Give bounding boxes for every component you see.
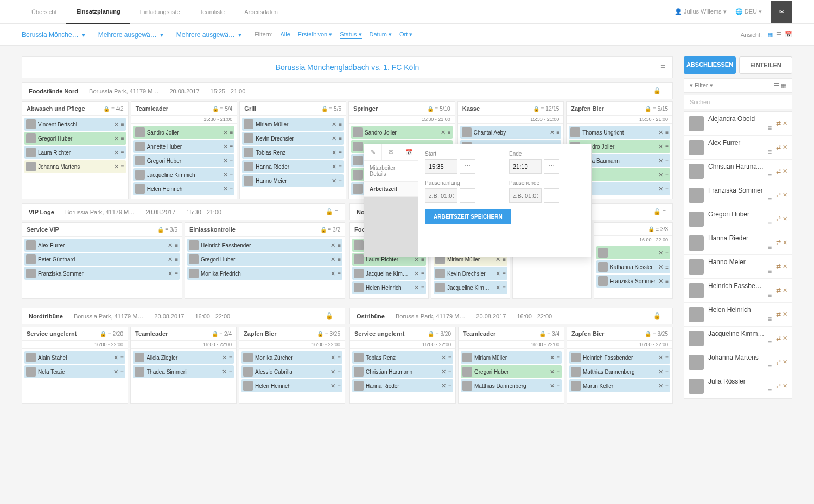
menu-icon[interactable]: ≡ bbox=[557, 130, 560, 136]
person-menu-icon[interactable]: ≡ bbox=[708, 220, 772, 227]
remove-icon[interactable]: ✕ bbox=[114, 163, 119, 170]
filter-all[interactable]: Alle bbox=[280, 31, 290, 39]
menu-icon[interactable]: ≡ bbox=[230, 158, 233, 164]
assignment-slot[interactable]: Tobias Renz✕≡ bbox=[242, 146, 344, 159]
assignment-slot[interactable]: Christian Hartmann✕≡ bbox=[352, 365, 453, 378]
person-menu-icon[interactable]: ≡ bbox=[708, 196, 772, 203]
person-item[interactable]: Helen Heinrich≡⇄ ✕ bbox=[684, 303, 792, 327]
person-item[interactable]: Gregori Huber≡⇄ ✕ bbox=[684, 207, 792, 231]
filter-status[interactable]: Status ▾ bbox=[340, 31, 361, 39]
person-menu-icon[interactable]: ≡ bbox=[708, 244, 772, 251]
assignment-slot[interactable]: Thomas Ungricht✕≡ bbox=[569, 126, 670, 139]
person-item[interactable]: Hanno Meier≡⇄ ✕ bbox=[684, 255, 792, 279]
remove-icon[interactable]: ✕ bbox=[550, 129, 555, 136]
assignment-slot[interactable]: Tobias Renz✕≡ bbox=[352, 351, 453, 364]
menu-icon[interactable]: ≡ bbox=[339, 178, 342, 184]
remove-icon[interactable]: ✕ bbox=[658, 186, 663, 193]
remove-icon[interactable]: ✕ bbox=[223, 129, 228, 136]
remove-icon[interactable]: ✕ bbox=[441, 354, 446, 361]
assignment-slot[interactable]: Johanna Martens✕≡ bbox=[24, 160, 126, 173]
menu-icon[interactable]: ≡ bbox=[338, 271, 341, 277]
person-action-icons[interactable]: ⇄ ✕ bbox=[776, 144, 787, 151]
calendar-icon[interactable]: 📅 bbox=[400, 144, 418, 160]
section-icons[interactable]: 🔓 ≡ bbox=[653, 208, 666, 215]
assignment-slot[interactable]: Miriam Müller✕≡ bbox=[461, 351, 562, 364]
menu-icon[interactable]: ≡ bbox=[229, 355, 232, 361]
assignment-slot[interactable]: Jacqueline Kimmich✕≡ bbox=[133, 168, 235, 181]
menu-icon[interactable]: ≡ bbox=[339, 122, 342, 127]
remove-icon[interactable]: ✕ bbox=[330, 354, 335, 361]
dropdown-multi1[interactable]: Mehrere ausgewä… ▾ bbox=[98, 31, 163, 39]
person-item[interactable]: Alex Furrer≡⇄ ✕ bbox=[684, 136, 792, 160]
remove-icon[interactable]: ✕ bbox=[332, 149, 336, 156]
assignment-slot[interactable]: Monika Zürcher✕≡ bbox=[241, 351, 342, 364]
assignment-slot[interactable]: Heinrich Fassbender✕≡ bbox=[187, 239, 342, 252]
menu-icon[interactable]: ≡ bbox=[665, 172, 669, 178]
menu-icon[interactable]: ≡ bbox=[503, 257, 506, 263]
menu-icon[interactable]: ≡ bbox=[665, 158, 669, 164]
remove-icon[interactable]: ✕ bbox=[658, 171, 663, 178]
remove-icon[interactable]: ✕ bbox=[658, 354, 663, 361]
view-calendar-icon[interactable]: 📅 bbox=[785, 31, 792, 38]
remove-icon[interactable]: ✕ bbox=[114, 135, 119, 142]
mail-icon[interactable]: ✉ bbox=[382, 144, 400, 160]
view-grid-icon[interactable]: ▦ bbox=[767, 31, 773, 38]
person-menu-icon[interactable]: ≡ bbox=[708, 124, 772, 132]
assignment-slot[interactable]: Franziska Sommer✕≡ bbox=[596, 275, 670, 288]
remove-icon[interactable]: ✕ bbox=[330, 368, 335, 375]
remove-icon[interactable]: ✕ bbox=[330, 256, 335, 263]
remove-icon[interactable]: ✕ bbox=[114, 149, 119, 156]
remove-icon[interactable]: ✕ bbox=[113, 368, 118, 375]
remove-icon[interactable]: ✕ bbox=[168, 242, 173, 249]
save-worktime-button[interactable]: ARBEITSZEIT SPEICHERN bbox=[425, 209, 511, 224]
remove-icon[interactable]: ✕ bbox=[414, 270, 419, 277]
filter-view-icons[interactable]: ☰ ▦ bbox=[774, 82, 786, 89]
remove-icon[interactable]: ✕ bbox=[223, 157, 228, 164]
person-item[interactable]: Hanna Rieder≡⇄ ✕ bbox=[684, 231, 792, 255]
remove-icon[interactable]: ✕ bbox=[332, 177, 336, 184]
menu-icon[interactable]: ≡ bbox=[120, 369, 124, 375]
menu-icon[interactable]: ≡ bbox=[338, 383, 341, 389]
menu-icon[interactable]: ≡ bbox=[503, 271, 506, 277]
person-item[interactable]: Jacqueline Kimm…≡⇄ ✕ bbox=[684, 327, 792, 350]
menu-icon[interactable]: ≡ bbox=[339, 150, 342, 156]
person-action-icons[interactable]: ⇄ ✕ bbox=[776, 382, 787, 390]
remove-icon[interactable]: ✕ bbox=[441, 382, 446, 390]
assignment-slot[interactable]: Gregori Huber✕≡ bbox=[133, 154, 235, 167]
person-action-icons[interactable]: ⇄ ✕ bbox=[776, 359, 787, 366]
assignment-slot[interactable]: Helen Heinrich✕≡ bbox=[241, 379, 342, 392]
menu-icon[interactable]: ≡ bbox=[230, 130, 233, 136]
menu-icon[interactable]: ≡ bbox=[557, 369, 560, 375]
assignment-slot[interactable]: Gregori Huber✕≡ bbox=[461, 365, 562, 378]
assignment-slot[interactable]: Laura Richter✕≡ bbox=[24, 146, 126, 159]
remove-icon[interactable]: ✕ bbox=[550, 354, 555, 361]
person-menu-icon[interactable]: ≡ bbox=[708, 315, 772, 323]
menu-icon[interactable]: ≡ bbox=[175, 271, 178, 277]
remove-icon[interactable]: ✕ bbox=[332, 121, 336, 128]
dropdown-multi2[interactable]: Mehrere ausgewä… ▾ bbox=[176, 31, 241, 39]
person-item[interactable]: Heinrich Fassbe…≡⇄ ✕ bbox=[684, 279, 792, 303]
assignment-slot[interactable]: Matthias Dannenberg✕≡ bbox=[569, 365, 670, 378]
nav-tab[interactable]: Arbeitsdaten bbox=[234, 0, 288, 24]
person-item[interactable]: Christian Hartma…≡⇄ ✕ bbox=[684, 160, 792, 183]
assign-button[interactable]: EINTEILEN bbox=[739, 56, 792, 74]
menu-icon[interactable]: ≡ bbox=[338, 369, 341, 375]
remove-icon[interactable]: ✕ bbox=[495, 284, 500, 291]
menu-icon[interactable]: ≡ bbox=[665, 250, 669, 256]
person-menu-icon[interactable]: ≡ bbox=[708, 267, 772, 275]
tab-worktime[interactable]: Arbeitszeit bbox=[364, 182, 418, 197]
user-menu[interactable]: 👤 Julius Willems ▾ bbox=[675, 8, 727, 15]
menu-icon[interactable]: ≡ bbox=[448, 369, 451, 375]
remove-icon[interactable]: ✕ bbox=[414, 284, 419, 291]
person-item[interactable]: Julia Rössler≡⇄ ✕ bbox=[684, 374, 792, 398]
assignment-slot[interactable]: Alex Furrer✕≡ bbox=[24, 239, 180, 252]
assignment-slot[interactable]: Martin Keller✕≡ bbox=[569, 379, 670, 392]
remove-icon[interactable]: ✕ bbox=[330, 270, 335, 277]
menu-icon[interactable]: ≡ bbox=[665, 186, 669, 192]
menu-icon[interactable]: ≡ bbox=[665, 369, 669, 375]
remove-icon[interactable]: ✕ bbox=[658, 143, 663, 150]
nav-tab[interactable]: Einsatzplanung bbox=[66, 0, 130, 24]
remove-icon[interactable]: ✕ bbox=[550, 368, 555, 375]
person-item[interactable]: Alejandra Obeid≡⇄ ✕ bbox=[684, 112, 792, 136]
person-action-icons[interactable]: ⇄ ✕ bbox=[776, 120, 787, 127]
